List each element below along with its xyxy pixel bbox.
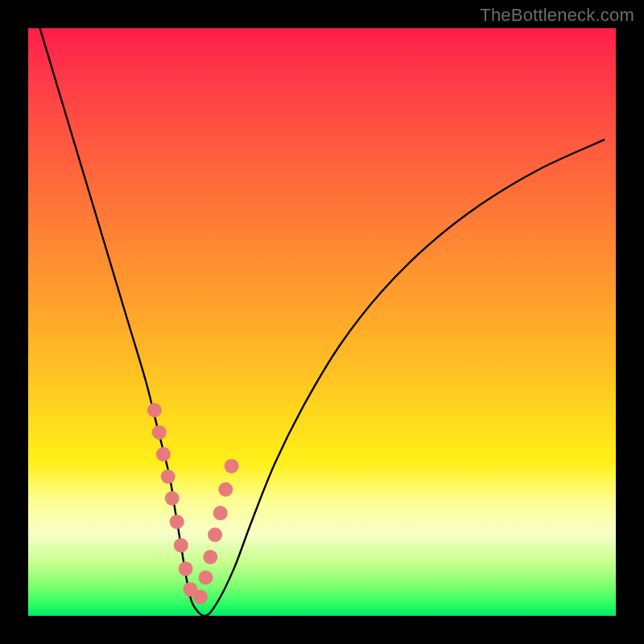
marker-dots (147, 403, 239, 605)
watermark-text: TheBottleneck.com (480, 5, 634, 26)
curve-svg (28, 28, 616, 616)
marker-dot (213, 506, 228, 520)
marker-dot (165, 491, 180, 506)
plot-area (28, 28, 616, 616)
bottleneck-curve (40, 28, 605, 616)
marker-dot (179, 562, 193, 576)
marker-dot (208, 527, 222, 542)
chart-frame: TheBottleneck.com (0, 0, 644, 644)
marker-dot (225, 459, 239, 473)
marker-dot (156, 447, 171, 461)
marker-dot (174, 538, 188, 552)
marker-dot (161, 469, 175, 484)
marker-dot (199, 571, 213, 585)
marker-dot (193, 590, 208, 605)
marker-dot (170, 514, 184, 529)
marker-dot (152, 425, 167, 440)
marker-dot (218, 482, 233, 497)
marker-dot (203, 550, 217, 564)
marker-dot (147, 403, 162, 418)
